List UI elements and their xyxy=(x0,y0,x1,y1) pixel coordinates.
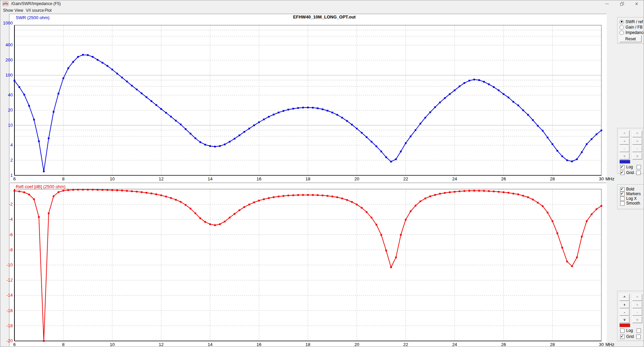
refl-down-button[interactable]: v xyxy=(619,316,630,323)
svg-text:-8: -8 xyxy=(9,247,13,252)
swr-grid-alt-checkbox[interactable] xyxy=(636,171,641,175)
swr-controls-group: ^ ^ + + - - v v Log Grid xyxy=(617,128,644,174)
refl-log-label: Log xyxy=(626,328,633,333)
svg-text:30: 30 xyxy=(599,176,604,181)
refl-log-checkbox[interactable] xyxy=(620,329,625,333)
svg-text:-10: -10 xyxy=(6,262,13,267)
markers-checkbox[interactable] xyxy=(620,192,625,196)
markers-label: Markers xyxy=(626,191,641,196)
svg-text:6: 6 xyxy=(13,176,15,181)
reset-button[interactable]: Reset xyxy=(619,35,642,42)
radio-swr-ref[interactable]: SWR / ref xyxy=(619,19,643,24)
swr-minus-alt-button[interactable]: - xyxy=(632,145,642,152)
svg-text:16: 16 xyxy=(257,176,261,181)
logx-option[interactable]: Log X xyxy=(620,196,637,201)
svg-text:40: 40 xyxy=(8,92,13,97)
swr-plus-button[interactable]: + xyxy=(619,138,630,145)
refl-minus-button[interactable]: - xyxy=(619,309,630,316)
refl-plus-button[interactable]: + xyxy=(619,301,630,308)
svg-text:8: 8 xyxy=(62,176,64,181)
swr-log-row: Log xyxy=(620,165,641,169)
swr-plus-alt-button[interactable]: + xyxy=(632,138,642,145)
refl-controls-group: ^ ^ + + - - v v Log Grid xyxy=(617,291,644,341)
bold-checkbox[interactable] xyxy=(620,187,625,191)
svg-text:10: 10 xyxy=(8,123,13,128)
svg-text:30: 30 xyxy=(599,342,604,347)
svg-text:18: 18 xyxy=(306,176,310,181)
logx-label: Log X xyxy=(626,196,637,201)
svg-text:8: 8 xyxy=(62,342,64,347)
refl-log-alt-checkbox[interactable] xyxy=(637,329,641,333)
refl-up-button[interactable]: ^ xyxy=(619,294,630,301)
refl-down-alt-button[interactable]: v xyxy=(632,316,642,323)
svg-text:12: 12 xyxy=(159,176,164,181)
swr-minus-button[interactable]: - xyxy=(619,145,630,152)
bold-option[interactable]: Bold xyxy=(620,187,634,191)
view-selector-group: SWR / ref Gain / FB Impedance Reset xyxy=(617,17,644,44)
refl-grid-row: Grid xyxy=(620,334,641,339)
smooth-checkbox[interactable] xyxy=(620,201,625,206)
refl-grid-alt-checkbox[interactable] xyxy=(636,335,641,339)
refl-grid-label: Grid xyxy=(626,334,634,339)
svg-text:20: 20 xyxy=(354,176,359,181)
svg-text:22: 22 xyxy=(403,342,408,347)
svg-text:28: 28 xyxy=(550,176,555,181)
radio-gain-fb[interactable]: Gain / FB xyxy=(619,25,643,30)
refl-plus-alt-button[interactable]: + xyxy=(632,301,642,308)
svg-text:28: 28 xyxy=(550,342,555,347)
svg-text:14: 14 xyxy=(208,342,212,347)
refl-grid-checkbox[interactable] xyxy=(620,335,625,339)
logx-checkbox[interactable] xyxy=(620,197,625,201)
svg-text:4: 4 xyxy=(10,142,13,147)
svg-text:16: 16 xyxy=(257,342,261,347)
swr-up-alt-button[interactable]: ^ xyxy=(632,130,642,137)
refl-up-alt-button[interactable]: ^ xyxy=(632,294,642,301)
chart-title: EFHW40_10M_LONG_OPT.out xyxy=(293,14,356,19)
markers-option[interactable]: Markers xyxy=(620,191,641,196)
svg-text:-12: -12 xyxy=(6,277,13,283)
swr-log-alt-checkbox[interactable] xyxy=(637,165,641,169)
swr-down-button[interactable]: v xyxy=(619,153,630,160)
swr-color-swatch xyxy=(619,160,630,164)
swr-log-label: Log xyxy=(626,165,633,169)
svg-text:100: 100 xyxy=(5,73,13,78)
swr-grid-checkbox[interactable] xyxy=(620,171,625,175)
svg-text:-16: -16 xyxy=(6,308,13,313)
smooth-label: Smooth xyxy=(626,201,640,206)
svg-text:2: 2 xyxy=(10,158,13,163)
svg-text:-14: -14 xyxy=(6,293,13,298)
swr-grid-row: Grid xyxy=(620,170,641,175)
swr-axis-title: SWR (2500 ohm) xyxy=(16,15,49,20)
svg-text:-18: -18 xyxy=(6,323,13,328)
refl-minus-alt-button[interactable]: - xyxy=(632,309,642,316)
radio-dot xyxy=(619,20,624,24)
svg-text:18: 18 xyxy=(306,342,310,347)
plot-options-group: Bold Markers Log X Smooth xyxy=(617,184,644,209)
svg-text:24: 24 xyxy=(452,342,457,347)
refl-log-row: Log xyxy=(620,328,641,333)
radio-impedance-label: Impedance xyxy=(626,30,644,35)
refl-color-swatch xyxy=(619,323,630,327)
smooth-option[interactable]: Smooth xyxy=(620,201,640,206)
radio-gain-fb-label: Gain / FB xyxy=(626,25,643,30)
x-unit-label: MHz xyxy=(605,342,614,347)
x-unit-label: MHz xyxy=(605,176,614,181)
refl-chart-panel: -2-4-6-8-10-12-14-16-18-2068101214161820… xyxy=(6,183,614,347)
svg-text:-4: -4 xyxy=(9,217,13,222)
svg-text:20: 20 xyxy=(354,342,359,347)
radio-dot xyxy=(619,31,624,35)
svg-text:-20: -20 xyxy=(6,338,13,343)
app-window: { "window": { "title": "/Gain/SWR/Impeda… xyxy=(0,0,644,347)
svg-text:6: 6 xyxy=(13,342,15,347)
swr-log-checkbox[interactable] xyxy=(620,165,625,169)
svg-text:14: 14 xyxy=(208,176,212,181)
radio-swr-ref-label: SWR / ref xyxy=(626,19,643,24)
radio-impedance[interactable]: Impedance xyxy=(619,30,644,35)
charts-canvas: 1000400200100402010421681012141618202224… xyxy=(0,0,644,347)
svg-text:1: 1 xyxy=(10,173,13,178)
swr-down-alt-button[interactable]: v xyxy=(632,153,642,160)
swr-up-button[interactable]: ^ xyxy=(619,130,630,137)
swr-grid-label: Grid xyxy=(626,170,634,175)
svg-text:-2: -2 xyxy=(9,202,13,207)
svg-text:20: 20 xyxy=(8,107,13,113)
